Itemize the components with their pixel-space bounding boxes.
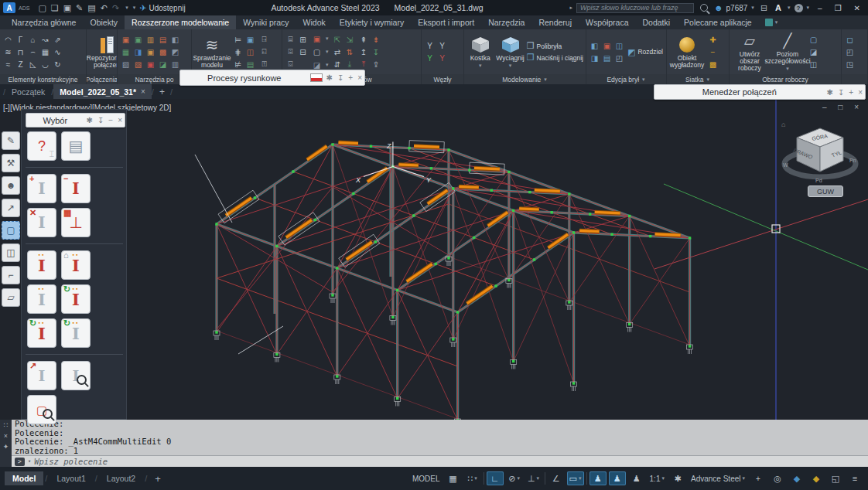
- layout-tab-model[interactable]: Model: [5, 471, 43, 485]
- ribbon-tab-12[interactable]: Polecane aplikacje: [677, 15, 759, 29]
- save-icon[interactable]: ▣: [61, 0, 73, 15]
- viewport-window-controls[interactable]: – □ ×: [822, 103, 863, 111]
- select-beams-tile[interactable]: ▪▪I: [27, 250, 56, 280]
- redo-icon[interactable]: ↷: [110, 0, 121, 15]
- annotation-visibility-icon[interactable]: ♟: [589, 471, 607, 485]
- cm-close-icon[interactable]: ×: [856, 88, 865, 97]
- ribbon-tool-icon[interactable]: Y: [436, 40, 448, 52]
- ribbon-tool-icon[interactable]: ⌸: [285, 34, 296, 46]
- command-grip-icon[interactable]: ∷: [4, 421, 9, 429]
- filter-selection-tile[interactable]: I✕: [27, 208, 56, 237]
- qat-customize-caret-icon[interactable]: ▾: [132, 5, 137, 11]
- ribbon-tool-icon[interactable]: ◪: [808, 46, 819, 58]
- model-viewport[interactable]: ZXY: [0, 99, 868, 420]
- app-store-cart-icon[interactable]: ⊟: [758, 0, 770, 15]
- help-icon[interactable]: ?: [795, 4, 803, 12]
- search-model-tile[interactable]: I: [61, 361, 91, 390]
- connection-manager-toolbar[interactable]: Menedżer połączeń ✱ ↧ + ×: [654, 84, 866, 100]
- ribbon-tool-icon[interactable]: ▥: [145, 34, 156, 46]
- ribbon-tool-icon[interactable]: ⊭: [232, 59, 244, 70]
- go-to-beam-tile[interactable]: I↗: [27, 361, 56, 390]
- axes-tab[interactable]: ↗: [2, 199, 20, 217]
- ribbon-tab-1[interactable]: Narzędzia główne: [5, 15, 83, 29]
- tool-caret-icon[interactable]: ▾: [325, 62, 330, 68]
- ribbon-tool-icon[interactable]: ↻: [52, 59, 63, 70]
- ribbon-tool-icon[interactable]: ◪: [157, 59, 169, 70]
- object-snap-tracking-icon[interactable]: ∠: [548, 471, 565, 485]
- grid-display-icon[interactable]: ▦: [445, 471, 462, 485]
- ribbon-tool-icon[interactable]: ⇱: [332, 34, 343, 46]
- customization-menu-icon[interactable]: ≡: [846, 471, 863, 485]
- file-tab-close-icon[interactable]: ×: [141, 87, 145, 96]
- workspace-gear-icon[interactable]: ✱: [669, 471, 686, 485]
- drawing-processes-toolbar[interactable]: Procesy rysunkowe ✱ ↧ + ×: [179, 70, 365, 86]
- new-file-tab-button[interactable]: +: [154, 84, 170, 99]
- ribbon-tool-icon[interactable]: ▦: [120, 46, 132, 58]
- selection-box-tab[interactable]: ◫: [2, 243, 20, 262]
- help-caret-icon[interactable]: ▾: [806, 5, 811, 11]
- ribbon-tool-icon[interactable]: ⌹: [285, 46, 296, 58]
- toolbar-gear-icon[interactable]: ✱: [324, 73, 335, 82]
- panel-label[interactable]: Modelowanie▾: [464, 74, 586, 84]
- ribbon-tool-icon[interactable]: ◫: [244, 46, 256, 58]
- search-collapse-icon[interactable]: ▸: [569, 5, 573, 11]
- ribbon-tool-icon[interactable]: ▧: [120, 59, 132, 70]
- ribbon-big-button[interactable]: ≋Sprawdzanie modelu: [194, 36, 230, 69]
- graphics-performance-icon[interactable]: ◆: [808, 471, 825, 485]
- draw-tab[interactable]: ✎: [2, 131, 20, 150]
- ribbon-tool-icon[interactable]: ▣: [601, 40, 613, 52]
- ribbon-tool-icon[interactable]: ▣: [120, 34, 132, 46]
- workspace-switcher[interactable]: Advance Steel▾: [689, 471, 747, 485]
- ribbon-tool-icon[interactable]: Z: [15, 59, 26, 70]
- layout-tab-layout1[interactable]: Layout1: [49, 471, 93, 485]
- ribbon-tool-icon[interactable]: ⤓: [344, 59, 356, 70]
- ribbon-tool-icon[interactable]: ◧: [589, 40, 600, 52]
- ribbon-tab-8[interactable]: Narzędzia: [481, 15, 531, 29]
- ribbon-tool-icon[interactable]: ◨: [589, 53, 600, 64]
- select-frame-tile[interactable]: ▪▪I⌂: [61, 250, 91, 280]
- palette-pin-icon[interactable]: ↧: [95, 116, 106, 124]
- user-tab[interactable]: ☻: [2, 176, 20, 195]
- save-as-icon[interactable]: ✎: [73, 0, 85, 15]
- ribbon-tool-icon[interactable]: ⇪: [371, 59, 382, 70]
- share-button[interactable]: ✈ Udostępnij: [139, 3, 185, 13]
- user-name[interactable]: p7687: [726, 4, 748, 12]
- ribbon-tool-icon[interactable]: ◡: [39, 59, 51, 70]
- ribbon-tool-icon[interactable]: ▣: [145, 46, 156, 58]
- ribbon-tool-icon[interactable]: ▩: [157, 46, 169, 58]
- autodesk-a-icon[interactable]: A: [773, 0, 784, 15]
- plot-icon[interactable]: ▤: [85, 0, 97, 15]
- close-button[interactable]: ✕: [849, 4, 865, 12]
- wcs-button[interactable]: GUW: [808, 185, 843, 197]
- ribbon-tool-icon[interactable]: ⌂: [27, 34, 39, 46]
- command-wrench-icon[interactable]: ✦: [3, 443, 9, 451]
- cm-gear-icon[interactable]: ✱: [825, 88, 836, 97]
- panel-label[interactable]: Połączenia: [87, 74, 117, 84]
- ribbon-tool-icon[interactable]: ⍈: [258, 34, 270, 46]
- ribbon-tool-icon[interactable]: ↝: [39, 34, 51, 46]
- section-tab[interactable]: ▱: [2, 288, 20, 307]
- ribbon-tool-icon[interactable]: ⋕: [232, 46, 244, 58]
- ribbon-big-button[interactable]: Obiekt wygładzony: [669, 36, 705, 69]
- ribbon-tool-icon[interactable]: ◻: [844, 34, 856, 46]
- panel-label[interactable]: Edycja brył▾: [586, 74, 666, 84]
- panel-label[interactable]: Obszar roboczy: [730, 74, 841, 84]
- toolbar-move-icon[interactable]: +: [346, 73, 355, 82]
- snap-mode-icon[interactable]: ∷▾: [464, 471, 481, 485]
- tool-caret-icon[interactable]: ▾: [325, 36, 330, 42]
- ribbon-tool-icon[interactable]: ⌢: [27, 46, 39, 58]
- file-tab-2[interactable]: Model_2022_05_31*×: [53, 84, 152, 99]
- clean-screen-icon[interactable]: ◱: [827, 471, 844, 485]
- isolate-objects-icon[interactable]: ◎: [769, 471, 786, 485]
- ribbon-tool-icon[interactable]: ⊞: [297, 34, 309, 46]
- ribbon-tool-icon[interactable]: ⇄: [332, 46, 343, 58]
- ribbon-tool-icon[interactable]: ↥: [358, 46, 370, 58]
- joint-selection-tile[interactable]: ⊥▦: [61, 208, 91, 237]
- ribbon-small-button[interactable]: ❒Polibryła: [527, 41, 583, 51]
- ribbon-big-button[interactable]: ▱Utwórz obszar roboczy: [732, 32, 767, 72]
- ribbon-tool-icon[interactable]: ⇗: [52, 34, 63, 46]
- isometric-drafting-icon[interactable]: ⊥▾: [525, 471, 542, 485]
- ribbon-tab-9[interactable]: Renderuj: [531, 15, 579, 29]
- autodesk-caret-icon[interactable]: ▾: [787, 5, 791, 11]
- ribbon-tool-icon[interactable]: ▣: [244, 34, 256, 46]
